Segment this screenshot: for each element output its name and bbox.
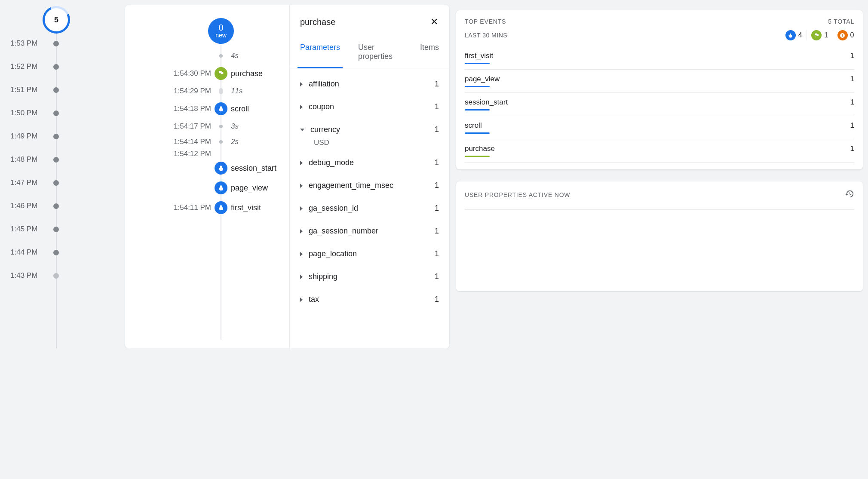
parameter-name: ga_session_id	[309, 204, 435, 213]
top-event-row[interactable]: page_view 1	[465, 70, 854, 93]
legend-error[interactable]: 0	[833, 30, 854, 40]
event-name: purchase	[231, 69, 289, 78]
top-event-count: 1	[850, 144, 854, 157]
minute-count-badge[interactable]: 5	[44, 8, 68, 32]
minute-dot-icon	[53, 41, 59, 46]
legend-flag[interactable]: 1	[807, 30, 828, 40]
minute-label: 1:51 PM	[0, 86, 47, 94]
parameter-count: 1	[435, 125, 439, 134]
parameter-row[interactable]: page_location 1	[298, 243, 442, 265]
minute-row[interactable]: 1:49 PM	[0, 125, 118, 148]
event-bar	[465, 109, 490, 111]
minute-row[interactable]: 1:53 PM	[0, 32, 118, 55]
parameter-row[interactable]: affiliation 1	[298, 73, 442, 95]
history-icon[interactable]	[845, 189, 854, 200]
minute-row[interactable]: 1:47 PM	[0, 171, 118, 194]
top-event-row[interactable]: purchase 1	[465, 139, 854, 163]
minute-timeline: 5 1:53 PM1:52 PM1:51 PM1:50 PM1:49 PM1:4…	[0, 0, 118, 348]
parameter-row[interactable]: shipping 1	[298, 265, 442, 288]
minute-label: 1:50 PM	[0, 109, 47, 117]
details-tabs: ParametersUser propertiesItems	[290, 37, 449, 68]
event-row[interactable]: session_start	[125, 158, 289, 178]
event-row[interactable]: 1:54:18 PM scroll	[125, 99, 289, 119]
event-type-legend: 410	[781, 30, 854, 40]
gap-row: 4s	[125, 48, 289, 64]
tab-parameters[interactable]: Parameters	[298, 37, 343, 68]
minute-row[interactable]: 1:51 PM	[0, 78, 118, 101]
expand-arrow-icon	[300, 82, 303, 86]
expand-arrow-icon	[300, 229, 303, 233]
top-events-total: 5 TOTAL	[828, 18, 854, 25]
parameter-row[interactable]: engagement_time_msec 1	[298, 174, 442, 197]
expand-arrow-icon	[300, 298, 303, 302]
gap-dot-icon	[219, 140, 223, 144]
seconds-count: 0	[218, 23, 223, 32]
gap-row: 1:54:29 PM 11s	[125, 83, 289, 99]
parameter-row[interactable]: debug_mode 1	[298, 151, 442, 174]
minute-label: 1:44 PM	[0, 248, 47, 257]
gap-dot-icon	[219, 54, 223, 58]
legend-tap[interactable]: 4	[781, 30, 802, 40]
parameter-count: 1	[435, 181, 439, 190]
minute-dot-icon	[53, 227, 59, 232]
top-event-count: 1	[850, 75, 854, 87]
minute-label: 1:46 PM	[0, 202, 47, 210]
parameter-count: 1	[435, 80, 439, 89]
tap-icon	[215, 162, 227, 175]
parameter-row[interactable]: ga_session_id 1	[298, 197, 442, 220]
event-time: 1:54:29 PM	[125, 87, 211, 95]
minute-count: 5	[54, 15, 58, 25]
tab-items[interactable]: Items	[417, 37, 442, 68]
parameter-row[interactable]: currency 1	[298, 118, 442, 141]
expand-arrow-icon	[300, 275, 303, 279]
parameter-name: currency	[310, 125, 435, 134]
tab-user-properties[interactable]: User properties	[356, 37, 405, 68]
details-title: purchase	[300, 17, 335, 27]
parameter-row[interactable]: ga_session_number 1	[298, 220, 442, 243]
expand-arrow-icon	[300, 184, 303, 188]
parameter-name: page_location	[309, 249, 435, 258]
event-row[interactable]: 1:54:30 PM purchase	[125, 64, 289, 83]
minute-row[interactable]: 1:52 PM	[0, 55, 118, 78]
event-time: 1:54:12 PM	[125, 150, 211, 158]
parameter-name: affiliation	[309, 80, 435, 89]
top-event-count: 1	[850, 98, 854, 111]
minute-row[interactable]: 1:43 PM	[0, 264, 118, 287]
seconds-new-badge[interactable]: 0 new	[208, 18, 234, 44]
top-event-row[interactable]: session_start 1	[465, 93, 854, 116]
expand-arrow-icon	[300, 252, 303, 256]
minute-dot-icon	[53, 273, 59, 279]
legend-count: 4	[798, 31, 802, 39]
minute-dot-icon	[53, 250, 59, 255]
event-row[interactable]: 1:54:11 PM first_visit	[125, 198, 289, 218]
top-event-row[interactable]: scroll 1	[465, 116, 854, 139]
user-properties-body	[465, 209, 854, 291]
top-events-list: first_visit 1page_view 1session_start 1s…	[456, 46, 863, 169]
flag-icon	[215, 67, 227, 80]
gap-row: 1:54:12 PM	[125, 150, 289, 158]
parameter-list[interactable]: affiliation 1 coupon 1 currency 1USD deb…	[290, 68, 449, 319]
parameter-value: USD	[298, 138, 442, 147]
close-icon[interactable]: ✕	[429, 15, 440, 29]
parameter-row[interactable]: tax 1	[298, 288, 442, 311]
top-event-row[interactable]: first_visit 1	[465, 46, 854, 70]
event-name: scroll	[231, 104, 289, 114]
minute-row[interactable]: 1:45 PM	[0, 218, 118, 241]
flag-icon	[811, 30, 822, 40]
minute-row[interactable]: 1:44 PM	[0, 241, 118, 264]
minute-row[interactable]: 1:48 PM	[0, 148, 118, 171]
parameter-row[interactable]: coupon 1	[298, 95, 442, 118]
parameter-name: ga_session_number	[309, 227, 435, 236]
event-row[interactable]: page_view	[125, 178, 289, 198]
minute-row[interactable]: 1:50 PM	[0, 101, 118, 125]
top-event-count: 1	[850, 52, 854, 64]
parameter-count: 1	[435, 227, 439, 236]
top-events-card: TOP EVENTS 5 TOTAL LAST 30 MINS 410 firs…	[456, 10, 863, 169]
top-event-name: page_view	[465, 75, 500, 83]
minute-row[interactable]: 1:46 PM	[0, 194, 118, 218]
seconds-label: new	[215, 32, 227, 39]
expand-arrow-icon	[300, 129, 304, 131]
parameter-name: coupon	[309, 102, 435, 111]
gap-duration: 2s	[231, 138, 289, 146]
event-bar	[465, 132, 490, 134]
